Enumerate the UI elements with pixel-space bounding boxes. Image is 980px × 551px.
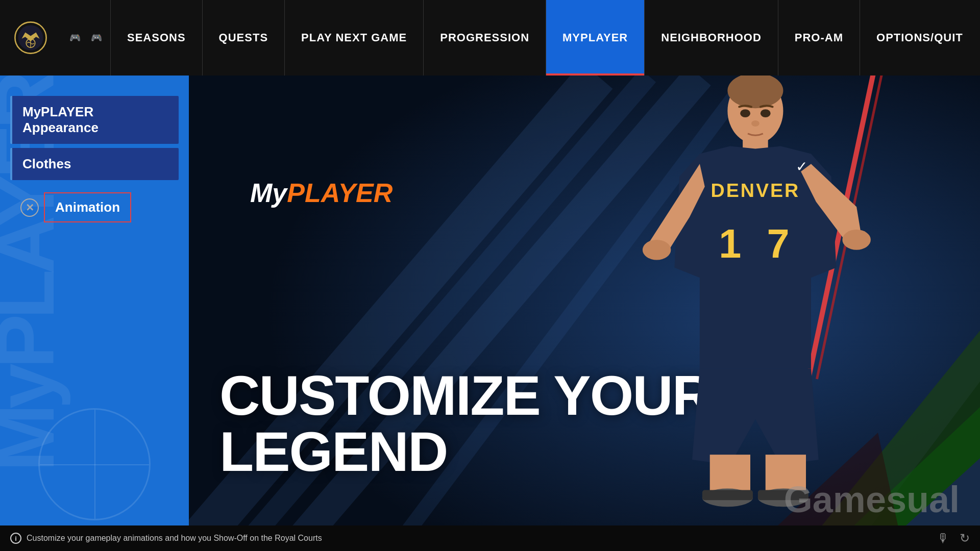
sidebar-item-animation[interactable]: ✕ Animation	[10, 184, 179, 231]
nav-item-seasons[interactable]: SEASONS	[110, 0, 202, 76]
controller-icon-2: 🎮	[91, 32, 102, 43]
svg-point-31	[740, 109, 750, 117]
top-navigation: 🎮 🎮 SEASONSQUESTSPLAY NEXT GAMEPROGRESSI…	[0, 0, 980, 76]
svg-text:7: 7	[767, 221, 789, 266]
svg-point-26	[842, 230, 871, 250]
sidebar-item-clothes-label: Clothes	[22, 156, 71, 172]
sidebar-item-animation-label: Animation	[55, 199, 120, 215]
player-figure: 1 7 DENVER ✓	[572, 76, 929, 520]
bottom-bar: i Customize your gameplay animations and…	[0, 525, 980, 551]
nav-item-progression[interactable]: PROGRESSION	[423, 0, 546, 76]
refresh-icon: ↻	[960, 531, 970, 545]
nav-item-options-quit[interactable]: OPTIONS/QUIT	[860, 0, 979, 76]
nav-item-quests[interactable]: QUESTS	[202, 0, 284, 76]
nav-controller-icons: 🎮 🎮	[61, 32, 110, 43]
sidebar-item-appearance[interactable]: MyPLAYER Appearance	[10, 96, 179, 144]
nav-item-myplayer[interactable]: MyPLAYER	[546, 0, 644, 76]
info-icon: i	[10, 533, 21, 544]
controller-icon-1: 🎮	[69, 32, 81, 43]
hero-content: MyPLAYER CUSTOMIZE YOUR LEGEND 1 7 DENVE…	[189, 76, 980, 551]
nav-menu: SEASONSQUESTSPLAY NEXT GAMEPROGRESSIONMy…	[110, 0, 980, 76]
bottom-info-text: Customize your gameplay animations and h…	[27, 534, 322, 543]
nav-item-neighborhood[interactable]: NEIGHBORHOOD	[644, 0, 778, 76]
microphone-icon: 🎙	[937, 531, 949, 545]
svg-point-33	[751, 120, 760, 127]
svg-point-32	[761, 109, 771, 117]
nba2k-logo-icon	[13, 20, 48, 56]
sidebar-menu: MyPLAYER Appearance Clothes ✕ Animation	[0, 76, 189, 245]
main-area: MyPLAYER MyPLAYER Appearance Clothes ✕ A…	[0, 76, 980, 551]
close-icon: ✕	[20, 198, 39, 217]
myplayer-logo: MyPLAYER	[250, 178, 393, 208]
svg-point-25	[643, 240, 671, 260]
sidebar-item-appearance-label: MyPLAYER Appearance	[22, 104, 168, 136]
svg-rect-29	[702, 490, 753, 500]
sidebar-item-clothes[interactable]: Clothes	[10, 148, 179, 180]
svg-rect-30	[758, 490, 808, 500]
sidebar-basketball-decoration	[38, 408, 151, 520]
nav-item-pro-am[interactable]: PRO-AM	[778, 0, 860, 76]
bottom-right-icons: 🎙 ↻	[937, 531, 970, 545]
sidebar: MyPLAYER MyPLAYER Appearance Clothes ✕ A…	[0, 76, 189, 551]
animation-box: Animation	[44, 192, 131, 222]
svg-text:1: 1	[719, 221, 741, 266]
myplayer-my-text: My	[250, 178, 287, 208]
myplayer-player-text: PLAYER	[287, 178, 393, 208]
svg-text:DENVER: DENVER	[711, 180, 800, 201]
nav-logo	[0, 0, 61, 76]
nav-item-play-next-game[interactable]: PLAY NEXT GAME	[284, 0, 423, 76]
player-svg: 1 7 DENVER ✓	[572, 76, 929, 520]
bottom-info: i Customize your gameplay animations and…	[10, 533, 322, 544]
